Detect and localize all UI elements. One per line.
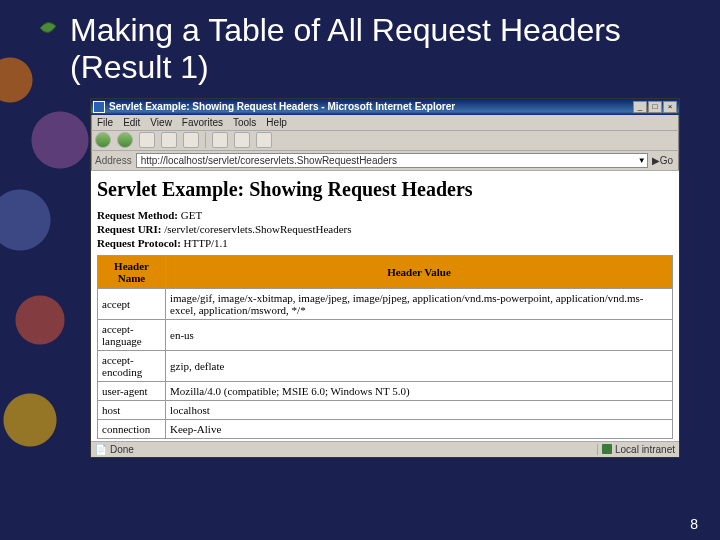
page-content: Servlet Example: Showing Request Headers…	[91, 171, 679, 441]
window-title: Servlet Example: Showing Request Headers…	[109, 101, 633, 112]
back-button[interactable]	[95, 132, 111, 148]
search-button[interactable]	[212, 132, 228, 148]
header-name-cell: accept-language	[98, 319, 166, 350]
header-value-cell: Mozilla/4.0 (compatible; MSIE 6.0; Windo…	[166, 381, 673, 400]
table-row: user-agentMozilla/4.0 (compatible; MSIE …	[98, 381, 673, 400]
header-name-cell: accept-encoding	[98, 350, 166, 381]
request-method-line: Request Method: GET	[97, 209, 673, 221]
forward-button[interactable]	[117, 132, 133, 148]
address-label: Address	[95, 155, 132, 166]
menu-help[interactable]: Help	[266, 117, 287, 128]
status-bar: 📄 Done Local intranet	[91, 441, 679, 457]
ie-icon	[93, 101, 105, 113]
menu-view[interactable]: View	[150, 117, 172, 128]
bullet-icon	[38, 18, 58, 38]
browser-window: Servlet Example: Showing Request Headers…	[90, 98, 680, 458]
refresh-button[interactable]	[161, 132, 177, 148]
menu-file[interactable]: File	[97, 117, 113, 128]
table-row: acceptimage/gif, image/x-xbitmap, image/…	[98, 288, 673, 319]
dropdown-icon[interactable]: ▼	[638, 156, 646, 165]
header-value-cell: gzip, deflate	[166, 350, 673, 381]
address-input[interactable]	[136, 153, 648, 168]
toolbar	[91, 131, 679, 151]
header-name-cell: user-agent	[98, 381, 166, 400]
intranet-icon	[602, 444, 612, 454]
page-heading: Servlet Example: Showing Request Headers	[97, 178, 673, 201]
favorites-button[interactable]	[234, 132, 250, 148]
col-header-name: Header Name	[98, 255, 166, 288]
table-row: accept-encodinggzip, deflate	[98, 350, 673, 381]
menu-favorites[interactable]: Favorites	[182, 117, 223, 128]
request-protocol-line: Request Protocol: HTTP/1.1	[97, 237, 673, 249]
status-zone-label: Local intranet	[615, 444, 675, 455]
table-row: hostlocalhost	[98, 400, 673, 419]
header-value-cell: en-us	[166, 319, 673, 350]
table-row: connectionKeep-Alive	[98, 419, 673, 438]
headers-table: Header Name Header Value acceptimage/gif…	[97, 255, 673, 439]
home-button[interactable]	[183, 132, 199, 148]
address-bar: Address ▼ ▶Go	[91, 151, 679, 171]
page-number: 8	[690, 516, 698, 532]
header-value-cell: Keep-Alive	[166, 419, 673, 438]
minimize-button[interactable]: _	[633, 101, 647, 113]
header-value-cell: localhost	[166, 400, 673, 419]
toolbar-divider	[205, 132, 206, 148]
table-row: accept-languageen-us	[98, 319, 673, 350]
header-value-cell: image/gif, image/x-xbitmap, image/jpeg, …	[166, 288, 673, 319]
request-uri-line: Request URI: /servlet/coreservlets.ShowR…	[97, 223, 673, 235]
go-button[interactable]: ▶Go	[650, 155, 675, 166]
header-name-cell: host	[98, 400, 166, 419]
status-zone: Local intranet	[597, 444, 675, 455]
menu-tools[interactable]: Tools	[233, 117, 256, 128]
history-button[interactable]	[256, 132, 272, 148]
header-name-cell: connection	[98, 419, 166, 438]
status-done-icon: 📄	[95, 444, 107, 455]
menu-edit[interactable]: Edit	[123, 117, 140, 128]
maximize-button[interactable]: □	[648, 101, 662, 113]
slide-title: Making a Table of All Request Headers (R…	[0, 0, 720, 94]
stop-button[interactable]	[139, 132, 155, 148]
close-button[interactable]: ×	[663, 101, 677, 113]
status-text: Done	[110, 444, 597, 455]
menubar: File Edit View Favorites Tools Help	[91, 115, 679, 131]
titlebar: Servlet Example: Showing Request Headers…	[91, 99, 679, 115]
col-header-value: Header Value	[166, 255, 673, 288]
header-name-cell: accept	[98, 288, 166, 319]
